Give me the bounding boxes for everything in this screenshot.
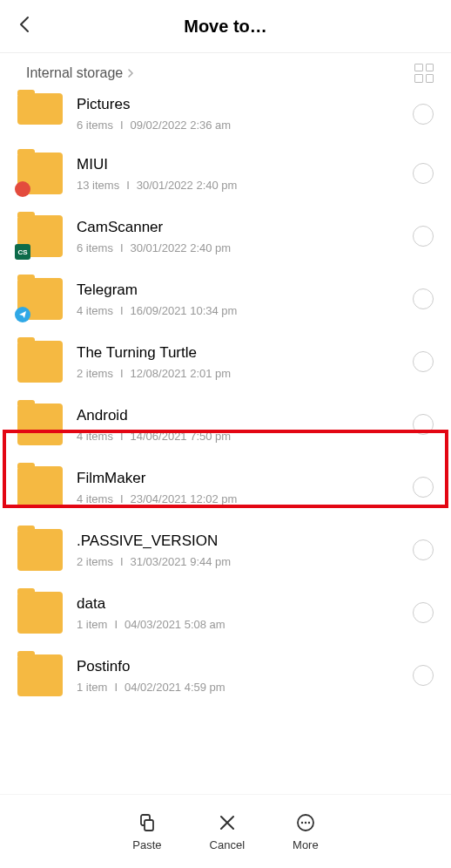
- folder-name: MIUI: [77, 156, 399, 173]
- folder-info: .PASSIVE_VERSION 2 itemsI31/03/2021 9:44…: [77, 532, 399, 568]
- select-radio[interactable]: [413, 477, 434, 498]
- folder-icon: [17, 153, 63, 194]
- close-icon: [217, 812, 238, 833]
- folder-row[interactable]: Postinfo 1 itemI04/02/2021 4:59 pm: [0, 644, 451, 707]
- cancel-label: Cancel: [210, 838, 245, 851]
- select-radio[interactable]: [413, 288, 434, 309]
- folder-row[interactable]: The Turning Turtle 2 itemsI12/08/2021 2:…: [0, 330, 451, 393]
- folder-name: Telegram: [77, 281, 399, 299]
- more-button[interactable]: More: [293, 812, 319, 851]
- folder-meta: 2 itemsI12/08/2021 2:01 pm: [77, 367, 399, 380]
- folder-meta: 4 itemsI23/04/2021 12:02 pm: [77, 492, 399, 505]
- cancel-button[interactable]: Cancel: [210, 812, 245, 851]
- select-radio[interactable]: [413, 104, 434, 125]
- folder-icon: [17, 403, 63, 445]
- folder-name: FilmMaker: [77, 470, 399, 487]
- svg-point-3: [301, 821, 303, 823]
- folder-meta: 13 itemsI30/01/2022 2:40 pm: [77, 179, 399, 192]
- select-radio[interactable]: [413, 665, 434, 686]
- folder-name: Postinfo: [77, 658, 399, 675]
- folder-info: The Turning Turtle 2 itemsI12/08/2021 2:…: [77, 344, 399, 380]
- header: Move to…: [0, 0, 451, 52]
- folder-icon: [17, 466, 63, 508]
- select-radio[interactable]: [413, 539, 434, 560]
- folder-info: Pictures 6 itemsI09/02/2022 2:36 am: [77, 96, 399, 132]
- folder-row[interactable]: Pictures 6 itemsI09/02/2022 2:36 am: [0, 92, 451, 142]
- folder-meta: 6 itemsI09/02/2022 2:36 am: [77, 119, 399, 132]
- grid-view-button[interactable]: [414, 64, 434, 83]
- svg-rect-1: [145, 820, 153, 831]
- svg-point-4: [305, 821, 306, 823]
- folder-info: Telegram 4 itemsI16/09/2021 10:34 pm: [77, 281, 399, 317]
- select-radio[interactable]: [413, 226, 434, 247]
- folder-row[interactable]: CS CamScanner 6 itemsI30/01/2022 2:40 pm: [0, 205, 451, 268]
- app-badge-icon: CS: [15, 244, 30, 260]
- folder-row[interactable]: data 1 itemI04/03/2021 5:08 am: [0, 581, 451, 644]
- chevron-right-icon: [126, 67, 135, 79]
- folder-info: Android 4 itemsI14/06/2021 7:50 pm: [77, 407, 399, 443]
- folder-icon: [17, 278, 63, 320]
- breadcrumb[interactable]: Internal storage: [26, 65, 135, 81]
- folder-name: Pictures: [77, 96, 399, 113]
- paste-label: Paste: [132, 838, 161, 851]
- folder-meta: 1 itemI04/03/2021 5:08 am: [77, 618, 399, 631]
- folder-name: CamScanner: [77, 219, 399, 236]
- breadcrumb-bar: Internal storage: [0, 53, 451, 92]
- folder-name: Android: [77, 407, 399, 424]
- select-radio[interactable]: [413, 163, 434, 184]
- folder-icon: [17, 93, 63, 125]
- folder-row[interactable]: Telegram 4 itemsI16/09/2021 10:34 pm: [0, 268, 451, 330]
- folder-icon: [17, 592, 63, 634]
- app-badge-icon: [15, 307, 30, 322]
- folder-icon: [17, 529, 63, 571]
- folder-row[interactable]: MIUI 13 itemsI30/01/2022 2:40 pm: [0, 142, 451, 205]
- select-radio[interactable]: [413, 414, 434, 435]
- folder-info: MIUI 13 itemsI30/01/2022 2:40 pm: [77, 156, 399, 192]
- folder-meta: 1 itemI04/02/2021 4:59 pm: [77, 681, 399, 694]
- folder-info: data 1 itemI04/03/2021 5:08 am: [77, 595, 399, 631]
- svg-point-5: [308, 821, 310, 823]
- bottom-action-bar: Paste Cancel More: [0, 794, 451, 868]
- folder-row[interactable]: Android 4 itemsI14/06/2021 7:50 pm: [0, 393, 451, 456]
- folder-icon: CS: [17, 215, 63, 257]
- paste-icon: [137, 812, 158, 833]
- more-icon: [295, 812, 316, 833]
- folder-info: Postinfo 1 itemI04/02/2021 4:59 pm: [77, 658, 399, 694]
- app-badge-icon: [15, 181, 30, 197]
- folder-meta: 4 itemsI16/09/2021 10:34 pm: [77, 304, 399, 317]
- folder-icon: [17, 341, 63, 383]
- select-radio[interactable]: [413, 351, 434, 372]
- folder-name: data: [77, 595, 399, 613]
- folder-info: CamScanner 6 itemsI30/01/2022 2:40 pm: [77, 219, 399, 254]
- select-radio[interactable]: [413, 602, 434, 623]
- folder-meta: 6 itemsI30/01/2022 2:40 pm: [77, 241, 399, 254]
- folder-name: The Turning Turtle: [77, 344, 399, 362]
- folder-meta: 4 itemsI14/06/2021 7:50 pm: [77, 430, 399, 443]
- folder-info: FilmMaker 4 itemsI23/04/2021 12:02 pm: [77, 470, 399, 505]
- folder-list: Pictures 6 itemsI09/02/2022 2:36 am MIUI…: [0, 92, 451, 707]
- paste-button[interactable]: Paste: [132, 812, 161, 851]
- breadcrumb-label: Internal storage: [26, 65, 123, 81]
- page-title: Move to…: [184, 17, 267, 37]
- folder-name: .PASSIVE_VERSION: [77, 532, 399, 550]
- folder-icon: [17, 654, 63, 696]
- folder-meta: 2 itemsI31/03/2021 9:44 pm: [77, 555, 399, 568]
- folder-row[interactable]: .PASSIVE_VERSION 2 itemsI31/03/2021 9:44…: [0, 519, 451, 581]
- back-button[interactable]: [17, 14, 31, 38]
- more-label: More: [293, 838, 319, 851]
- folder-row[interactable]: FilmMaker 4 itemsI23/04/2021 12:02 pm: [0, 456, 451, 519]
